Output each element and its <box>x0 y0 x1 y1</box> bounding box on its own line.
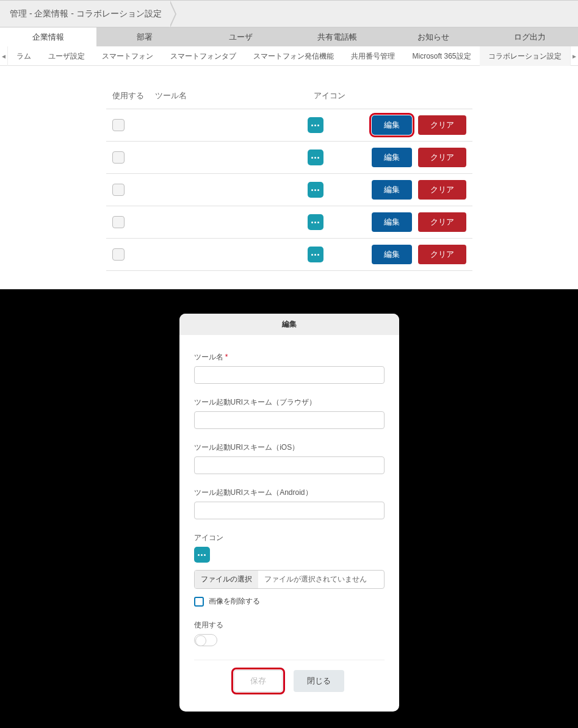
chat-icon <box>308 117 323 133</box>
use-checkbox[interactable] <box>112 151 125 164</box>
table-row: 編集 クリア <box>106 206 472 238</box>
edit-button[interactable]: 編集 <box>372 148 412 167</box>
header-tool: ツール名 <box>155 90 314 101</box>
tab-notice[interactable]: お知らせ <box>385 27 482 46</box>
upper-panel: 管理 - 企業情報 - コラボレーション設定 企業情報 部署 ユーザ 共有電話帳… <box>0 0 578 289</box>
close-button[interactable]: 閉じる <box>294 670 344 692</box>
use-checkbox[interactable] <box>112 216 125 228</box>
sub-tab-shared-number[interactable]: 共用番号管理 <box>342 46 403 66</box>
tab-department[interactable]: 部署 <box>96 27 193 46</box>
scroll-left-icon[interactable]: ◂ <box>0 46 8 66</box>
use-checkbox[interactable] <box>112 248 125 261</box>
tool-name-label: ツール名 * <box>194 352 385 362</box>
edit-button[interactable]: 編集 <box>372 212 412 232</box>
chat-icon <box>308 182 323 198</box>
uri-browser-label: ツール起動URIスキーム（ブラウザ） <box>194 397 385 408</box>
content-area: 使用する ツール名 アイコン 編集 クリア 編集 クリア <box>106 66 472 289</box>
breadcrumb-item: 管理 - 企業情報 - コラボレーション設定 <box>0 1 175 27</box>
clear-button[interactable]: クリア <box>418 245 466 264</box>
clear-button[interactable]: クリア <box>418 115 466 135</box>
edit-modal: 編集 ツール名 * ツール起動URIスキーム（ブラウザ） ツール起動URIスキー… <box>179 314 399 712</box>
scroll-right-icon[interactable]: ▸ <box>570 46 578 66</box>
sub-tab-user-settings[interactable]: ユーザ設定 <box>40 46 93 66</box>
sub-tab-smartphone-tab[interactable]: スマートフォンタブ <box>162 46 245 66</box>
edit-button[interactable]: 編集 <box>372 180 412 200</box>
sub-tab-0[interactable]: ラム <box>8 46 40 66</box>
delete-image-checkbox[interactable] <box>194 597 204 607</box>
chat-icon <box>308 247 323 262</box>
chat-icon <box>308 150 323 165</box>
chat-icon <box>308 214 323 230</box>
table-row: 編集 クリア <box>106 173 472 206</box>
sub-tab-collaboration[interactable]: コラボレーション設定 <box>480 46 570 66</box>
clear-button[interactable]: クリア <box>418 180 466 200</box>
tab-shared-phonebook[interactable]: 共有電話帳 <box>289 27 385 46</box>
icon-label: アイコン <box>194 533 385 543</box>
uri-ios-input[interactable] <box>194 456 385 474</box>
header-icon: アイコン <box>314 90 472 101</box>
modal-footer: 保存 閉じる <box>194 660 385 705</box>
chat-icon <box>194 547 210 563</box>
file-status-text: ファイルが選択されていません <box>258 571 384 588</box>
tab-user[interactable]: ユーザ <box>193 27 289 46</box>
tab-company[interactable]: 企業情報 <box>0 27 96 46</box>
clear-button[interactable]: クリア <box>418 212 466 232</box>
header-use: 使用する <box>112 90 155 101</box>
sub-tab-smartphone[interactable]: スマートフォン <box>93 46 162 66</box>
uri-android-input[interactable] <box>194 502 385 519</box>
use-checkbox[interactable] <box>112 184 125 196</box>
clear-button[interactable]: クリア <box>418 148 466 167</box>
save-button[interactable]: 保存 <box>234 670 283 692</box>
sub-tab-m365[interactable]: Microsoft 365設定 <box>403 46 479 66</box>
file-input[interactable]: ファイルの選択 ファイルが選択されていません <box>194 570 385 589</box>
uri-android-label: ツール起動URIスキーム（Android） <box>194 488 385 498</box>
delete-image-label: 画像を削除する <box>209 596 260 607</box>
sub-tabs: ◂ ラム ユーザ設定 スマートフォン スマートフォンタブ スマートフォン発信機能… <box>0 46 578 66</box>
file-select-button[interactable]: ファイルの選択 <box>195 571 258 588</box>
table-row: 編集 クリア <box>106 238 472 271</box>
use-toggle[interactable] <box>194 634 217 646</box>
lower-panel: 編集 ツール名 * ツール起動URIスキーム（ブラウザ） ツール起動URIスキー… <box>0 289 578 724</box>
uri-browser-input[interactable] <box>194 411 385 429</box>
tool-name-input[interactable] <box>194 366 385 384</box>
modal-title: 編集 <box>179 314 399 335</box>
table-row: 編集 クリア <box>106 109 472 141</box>
edit-button[interactable]: 編集 <box>372 115 412 135</box>
sub-tab-smartphone-call[interactable]: スマートフォン発信機能 <box>245 46 342 66</box>
table-row: 編集 クリア <box>106 141 472 173</box>
table-header: 使用する ツール名 アイコン <box>106 90 472 109</box>
breadcrumb: 管理 - 企業情報 - コラボレーション設定 <box>0 0 578 27</box>
use-label: 使用する <box>194 620 385 630</box>
use-checkbox[interactable] <box>112 119 125 131</box>
tab-log[interactable]: ログ出力 <box>482 27 578 46</box>
uri-ios-label: ツール起動URIスキーム（iOS） <box>194 442 385 453</box>
main-tabs: 企業情報 部署 ユーザ 共有電話帳 お知らせ ログ出力 <box>0 27 578 46</box>
edit-button[interactable]: 編集 <box>372 245 412 264</box>
